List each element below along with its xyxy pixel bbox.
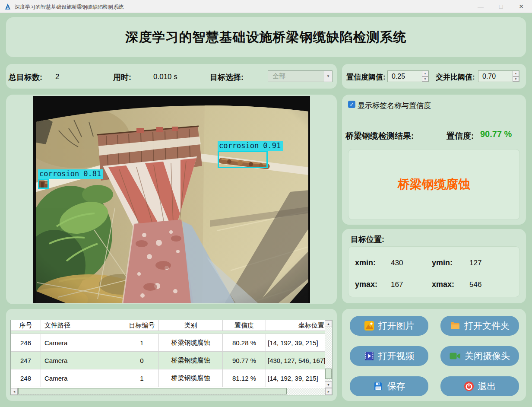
open-folder-button[interactable]: 打开文件夹 bbox=[440, 316, 519, 336]
table-cell: 1 bbox=[125, 334, 159, 351]
table-cell: 248 bbox=[11, 369, 41, 387]
vertical-scrollbar[interactable]: ▲ ▼ bbox=[325, 320, 332, 388]
target-select-combobox[interactable]: 全部 ▼ bbox=[268, 70, 332, 82]
app-icon bbox=[4, 3, 11, 10]
table-row[interactable]: 248Camera1桥梁钢缆腐蚀81.12 %[14, 192, 39, 215… bbox=[11, 369, 325, 387]
chevron-down-icon[interactable]: ▼ bbox=[324, 71, 332, 82]
video-icon bbox=[364, 351, 374, 361]
open-image-button[interactable]: 打开图片 bbox=[350, 316, 428, 336]
position-box bbox=[348, 246, 520, 297]
table-cell: [430, 127, 546, 167] bbox=[266, 352, 325, 369]
confidence-label: 置信度: bbox=[446, 130, 474, 142]
table-header-cell[interactable]: 序号 bbox=[11, 320, 41, 331]
folder-icon bbox=[450, 321, 460, 331]
table-cell: [14, 192, 39, 215] bbox=[266, 369, 325, 387]
ymax-label: ymax: bbox=[355, 280, 377, 289]
power-icon bbox=[464, 381, 474, 391]
table-cell: 81.12 % bbox=[223, 369, 266, 387]
target-select-value: 全部 bbox=[268, 72, 324, 80]
table-row[interactable]: 247Camera0桥梁钢缆腐蚀90.77 %[430, 127, 546, 1… bbox=[11, 352, 325, 369]
table-header-cell[interactable]: 置信度 bbox=[223, 320, 266, 331]
table-cell: 桥梁钢缆腐蚀 bbox=[159, 369, 223, 387]
window-title: 深度学习的智慧基础设施桥梁钢缆缺陷检测系统 bbox=[15, 3, 124, 11]
save-button[interactable]: 保存 bbox=[350, 376, 428, 396]
spin-down-icon[interactable]: ▼ bbox=[422, 76, 428, 82]
spin-down-icon[interactable]: ▼ bbox=[513, 76, 519, 82]
page-title: 深度学习的智慧基础设施桥梁钢缆缺陷检测系统 bbox=[6, 17, 526, 57]
spin-up-icon[interactable]: ▲ bbox=[422, 71, 428, 76]
scroll-up-icon[interactable]: ▲ bbox=[325, 320, 332, 327]
table-header-cell[interactable]: 文件路径 bbox=[41, 320, 125, 331]
table-header: 序号文件路径目标编号类别置信度坐标位置 bbox=[11, 320, 325, 331]
save-icon bbox=[373, 381, 383, 391]
exit-button[interactable]: 退出 bbox=[440, 376, 519, 396]
elapsed-time-value: 0.010 s bbox=[153, 73, 177, 81]
table-cell: 0 bbox=[125, 352, 159, 369]
show-labels-checkbox[interactable]: ✓ bbox=[348, 101, 355, 108]
total-targets-value: 2 bbox=[55, 73, 59, 81]
ymin-label: ymin: bbox=[432, 258, 453, 267]
xmin-label: xmin: bbox=[355, 258, 376, 267]
confidence-value: 90.77 % bbox=[480, 129, 512, 139]
detection-label: corrosion 0.91 bbox=[218, 141, 283, 151]
target-select-label: 目标选择: bbox=[210, 72, 244, 83]
table-cell: 1 bbox=[125, 369, 159, 387]
detection-box bbox=[218, 151, 268, 168]
xmax-label: xmax: bbox=[432, 280, 454, 289]
table-cell: 桥梁钢缆腐蚀 bbox=[159, 334, 223, 351]
table-cell: 80.28 % bbox=[223, 334, 266, 351]
detection-label: corrosion 0.81 bbox=[38, 169, 103, 179]
minimize-button[interactable]: — bbox=[471, 0, 491, 13]
elapsed-time-label: 用时: bbox=[113, 72, 131, 83]
confidence-threshold-value: 0.25 bbox=[388, 71, 422, 82]
table-cell: 桥梁钢缆腐蚀 bbox=[159, 352, 223, 369]
scroll-left-icon[interactable]: ◄ bbox=[11, 388, 18, 395]
ymin-value: 127 bbox=[469, 259, 481, 267]
target-position-title: 目标位置: bbox=[351, 234, 384, 245]
image-icon bbox=[364, 321, 374, 331]
table-cell: 90.77 % bbox=[223, 352, 266, 369]
ymax-value: 167 bbox=[391, 280, 403, 289]
table-cell: 246 bbox=[11, 334, 41, 351]
show-labels-label[interactable]: 显示标签名称与置信度 bbox=[358, 101, 431, 111]
titlebar: 深度学习的智慧基础设施桥梁钢缆缺陷检测系统 — □ ✕ bbox=[0, 0, 532, 13]
vertical-scroll-thumb[interactable] bbox=[325, 369, 332, 379]
detection-overlay: corrosion 0.81corrosion 0.91 bbox=[33, 96, 310, 303]
open-video-button[interactable]: 打开视频 bbox=[350, 346, 428, 366]
iou-threshold-value: 0.70 bbox=[478, 71, 513, 82]
table-cell: Camera bbox=[41, 369, 125, 387]
detection-box bbox=[38, 179, 49, 189]
close-button[interactable]: ✕ bbox=[511, 0, 531, 13]
spin-up-icon[interactable]: ▲ bbox=[513, 71, 519, 76]
table-row-partial bbox=[11, 331, 325, 334]
xmin-value: 430 bbox=[391, 259, 403, 267]
horizontal-scroll-thumb[interactable] bbox=[18, 388, 287, 394]
table-cell: 247 bbox=[11, 352, 41, 369]
result-text: 桥梁钢缆腐蚀 bbox=[398, 176, 470, 193]
table-row[interactable]: 246Camera1桥梁钢缆腐蚀80.28 %[14, 192, 39, 215… bbox=[11, 334, 325, 352]
confidence-threshold-label: 置信度阈值: bbox=[346, 72, 386, 82]
table-header-cell[interactable]: 坐标位置 bbox=[266, 320, 325, 331]
scroll-down-icon[interactable]: ▼ bbox=[325, 381, 332, 388]
close-camera-button[interactable]: 关闭摄像头 bbox=[440, 346, 519, 366]
scroll-right-icon[interactable]: ► bbox=[325, 388, 332, 395]
table-header-cell[interactable]: 类别 bbox=[159, 320, 223, 331]
table-cell: Camera bbox=[41, 352, 125, 369]
camera-icon bbox=[450, 352, 461, 360]
result-label: 桥梁钢缆检测结果: bbox=[345, 130, 414, 142]
table-cell: [14, 192, 39, 215] bbox=[266, 334, 325, 351]
table-header-cell[interactable]: 目标编号 bbox=[125, 320, 159, 331]
results-table[interactable]: 序号文件路径目标编号类别置信度坐标位置 246Camera1桥梁钢缆腐蚀80.2… bbox=[10, 320, 332, 395]
result-box: 桥梁钢缆腐蚀 bbox=[348, 149, 520, 220]
maximize-button[interactable]: □ bbox=[491, 0, 511, 13]
confidence-threshold-spinbox[interactable]: 0.25 ▲▼ bbox=[387, 70, 429, 82]
xmax-value: 546 bbox=[469, 280, 481, 289]
iou-threshold-spinbox[interactable]: 0.70 ▲▼ bbox=[478, 70, 519, 82]
table-cell: Camera bbox=[41, 334, 125, 351]
iou-threshold-label: 交并比阈值: bbox=[436, 72, 475, 82]
horizontal-scrollbar[interactable]: ◄ ► bbox=[11, 388, 332, 395]
total-targets-label: 总目标数: bbox=[9, 72, 42, 83]
